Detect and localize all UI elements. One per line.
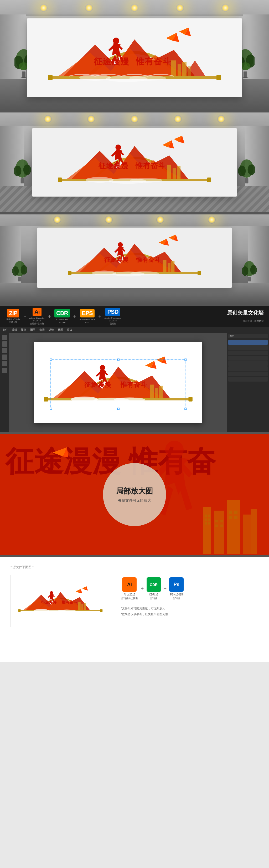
sw-cdr-sublabel: CorelDRAWX3 mm [57,318,68,324]
ps-layer-6 [228,366,268,371]
svg-rect-91 [214,510,224,517]
svg-rect-54 [163,260,167,272]
sw-zip-label: 压缩包+已转曲支持文字 [6,318,20,324]
scene-2-medium-room: 征途漫漫 惟有奋斗 [0,113,269,212]
svg-rect-85 [208,515,210,517]
svg-text:征途漫漫: 征途漫漫 [41,600,57,604]
ps-menu-view: 视图 [58,328,63,332]
ps-menu-window: 窗口 [67,328,72,332]
svg-rect-102 [243,515,250,554]
svg-rect-15 [182,62,187,76]
ps-tool-6 [2,368,7,373]
svg-rect-30 [245,178,248,183]
svg-point-40 [115,145,121,150]
svg-rect-14 [177,64,181,76]
source-content: 征途漫漫 惟有奋斗 Ai Ai cc2015全转曲+已转曲 + CDR CDR … [10,575,259,627]
ceiling-light [222,4,229,12]
svg-rect-78 [184,359,186,361]
source-cdr-icon: CDR [146,577,161,592]
detail-paper-plane [53,447,68,459]
svg-text:惟有奋斗: 惟有奋斗 [135,162,166,170]
source-label: * 源文件平面图 * [10,565,259,569]
ceiling-light [174,115,182,123]
source-ai-label: Ai cc2015全转曲+已转曲 [121,593,138,600]
svg-rect-52 [68,271,71,275]
ps-menu-edit: 编辑 [12,328,17,332]
ceiling-lights-1 [0,4,269,12]
svg-rect-55 [168,263,170,272]
svg-rect-100 [229,516,232,519]
ps-menu-file: 文件 [3,328,8,332]
svg-point-19 [106,76,148,82]
svg-point-59 [112,272,144,276]
svg-rect-53 [198,271,201,275]
source-cdr-label: CDR x3全转曲 [149,593,159,600]
sw-ai-badge: Ai [33,308,41,316]
svg-rect-4 [22,71,26,78]
svg-rect-12 [216,75,221,80]
svg-rect-95 [221,525,223,527]
svg-rect-68 [159,386,163,398]
svg-point-111 [34,609,49,612]
svg-point-39 [109,178,146,184]
svg-rect-89 [208,522,210,525]
sw-psd-badge: PSD [105,308,120,316]
svg-point-28 [238,165,246,176]
svg-rect-79 [50,408,52,410]
ps-canvas: 征途漫漫 惟有奋斗 [34,342,202,423]
sw-right-label: 原创矢量文化墙 原创设计 · 请勿转载 [227,309,264,324]
ceiling-light [156,216,164,224]
svg-point-25 [23,164,31,175]
software-bar: ZIP 压缩包+已转曲支持文字 - Ai Adobe IllustratorCC… [0,306,269,327]
ps-menu-filter: 滤镜 [48,328,54,332]
ps-menu-bar: 文件 编辑 图像 图层 选择 滤镜 视图 窗口 [0,327,269,333]
plant-right-2 [237,158,256,187]
svg-rect-107 [100,610,103,612]
wall-panel-2: 征途漫漫 惟有奋斗 [32,128,237,196]
source-ai-group: Ai Ai cc2015全转曲+已转曲 [121,577,138,600]
svg-text:惟有奋斗: 惟有奋斗 [62,600,77,604]
sw-ai-sublabel: Adobe IllustratorCC2015 [29,317,45,322]
ceiling-lights-2 [0,115,269,123]
separator-4 [0,432,269,434]
sw-zip-item: ZIP 压缩包+已转曲支持文字 [5,309,21,324]
ceiling-light [208,216,216,224]
detail-circle: 局部放大图 矢量文件可无限放大 [103,463,166,526]
source-plus-1: + [141,586,144,592]
svg-rect-35 [173,168,176,179]
detail-circle-sub: 矢量文件可无限放大 [118,498,151,503]
svg-point-71 [93,398,129,403]
source-note-2: *效果图仅供参考，以矢量平面图为准 [121,611,259,617]
ceiling-light [44,115,52,123]
svg-text:征途漫漫: 征途漫漫 [94,57,130,66]
detail-section: 征途漫漫 惟有奋 [0,434,269,555]
ps-tool-3 [2,348,7,353]
separator-5 [0,555,269,557]
svg-point-60 [118,242,123,247]
ps-canvas-artwork: 征途漫漫 惟有奋斗 [39,346,197,419]
svg-text:征途漫漫: 征途漫漫 [84,381,111,388]
ps-layer-1 [228,340,268,345]
svg-point-113 [46,610,67,613]
plant-right-3 [241,260,257,283]
svg-point-44 [12,266,19,276]
ps-tool-2 [2,341,7,347]
source-ps-icon: Ps [169,577,183,592]
svg-rect-82 [203,512,211,554]
svg-rect-86 [205,519,207,521]
ps-toolbar [0,333,9,432]
svg-rect-66 [150,385,154,398]
svg-point-114 [50,591,53,594]
ps-panel-layers-label: 图层 [230,335,234,338]
svg-rect-46 [18,277,22,281]
artwork-svg-1: 征途漫漫 惟有奋斗 [42,24,227,92]
sw-sep-2: + [48,313,51,319]
source-cdr-group: CDR CDR x3全转曲 [146,577,161,600]
svg-rect-98 [229,510,232,514]
svg-text:惟有奋斗: 惟有奋斗 [136,256,161,263]
ps-menu-layer: 图层 [30,328,35,332]
svg-rect-34 [167,165,171,179]
svg-rect-108 [78,602,81,610]
svg-rect-90 [214,517,224,554]
svg-point-57 [92,271,116,275]
